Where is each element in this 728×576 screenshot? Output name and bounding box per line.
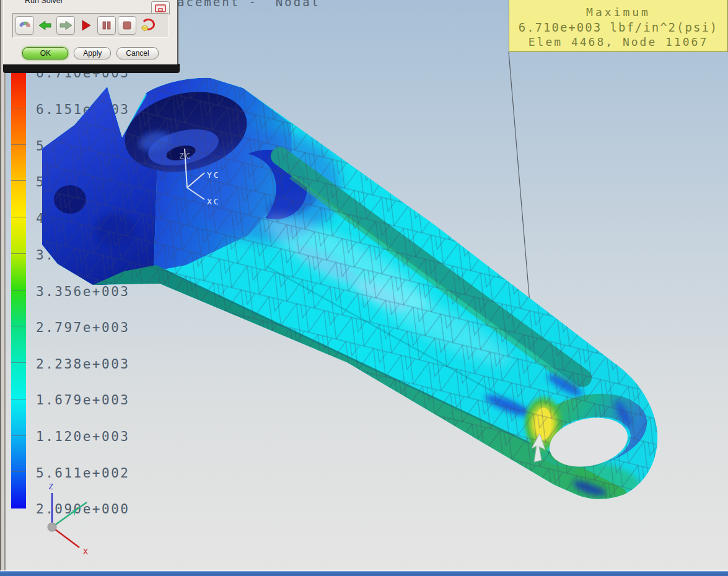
wcs-xc-label: XC: [207, 197, 221, 206]
cancel-button[interactable]: Cancel: [116, 47, 158, 59]
stop-icon: [122, 20, 132, 30]
apply-button[interactable]: Apply: [74, 47, 111, 59]
max-annotation-value: 6.710e+003 lbf/in^2(psi): [509, 20, 727, 34]
nx-post-processing-window: { "window": { "header_fragment": "acemen…: [0, 0, 728, 576]
play-button[interactable]: [77, 16, 95, 35]
triad-x-label: X: [83, 547, 89, 556]
dialog-title: Run Solver: [25, 0, 63, 5]
wcs-zc-label: ZC: [179, 151, 193, 160]
run-solver-dialog: Run Solver: [3, 0, 178, 64]
solver-toolbar: [12, 13, 169, 38]
view-triad: Z Y X: [12, 472, 105, 565]
dialog-options-icon: [155, 4, 166, 13]
stop-button[interactable]: [118, 16, 136, 35]
wcs-yc-label: YC: [207, 170, 221, 180]
step-back-button[interactable]: [36, 16, 55, 35]
ok-button[interactable]: OK: [22, 47, 68, 59]
graphics-viewport[interactable]: ZC YC XC: [0, 0, 728, 576]
pause-icon: [102, 20, 112, 30]
step-forward-icon: [59, 20, 72, 31]
pause-button[interactable]: [97, 16, 116, 35]
max-annotation-title: Maximum: [509, 6, 727, 19]
results-fan-icon: [18, 19, 32, 32]
max-annotation-box: Maximum 6.710e+003 lbf/in^2(psi) Elem 44…: [509, 0, 728, 52]
step-forward-button[interactable]: [56, 16, 75, 35]
results-fan-button[interactable]: [15, 16, 34, 35]
dialog-bottom-shadow: [3, 64, 180, 73]
fea-model: ZC YC XC: [37, 78, 657, 499]
triad-z-label: Z: [48, 482, 54, 491]
max-annotation-location: Elem 4468, Node 11067: [509, 35, 727, 48]
play-icon: [81, 20, 91, 31]
reset-icon: [139, 18, 156, 33]
dialog-action-buttons: OK Apply Cancel: [4, 47, 177, 59]
reset-button[interactable]: [138, 16, 157, 35]
step-back-icon: [38, 20, 52, 31]
triad-y-label: Y: [72, 508, 77, 517]
